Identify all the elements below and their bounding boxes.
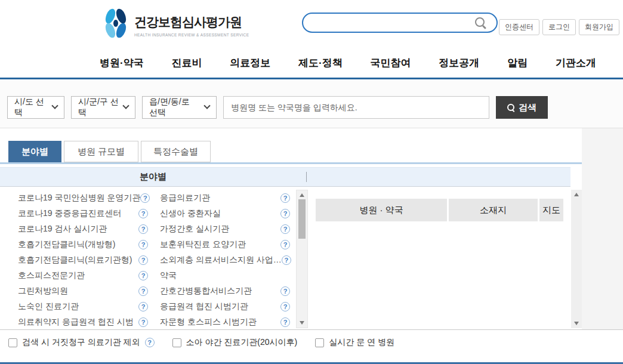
category-item[interactable]: 코로나19 검사 실시기관 [18,221,148,237]
tab-by-surgery[interactable]: 특정수술별 [141,141,211,162]
question-icon[interactable] [138,240,148,249]
category-item[interactable]: 응급원격 협진 시범기관 [160,299,290,314]
auth-center-button[interactable]: 인증센터 [499,19,539,35]
exclude-false-claims-checkbox[interactable] [8,338,17,347]
checkbox-label[interactable]: 소아 야간 진료기관(20시이후) [186,337,298,348]
question-icon[interactable] [138,224,148,234]
scroll-down-icon[interactable] [300,321,304,325]
checkbox-label[interactable]: 검색 시 거짓청구 의료기관 제외 [22,337,140,348]
category-item[interactable]: 노숙인 진료기관 [18,299,148,314]
filter-exclude-false-claims: 검색 시 거짓청구 의료기관 제외 [8,337,155,348]
tab-underline [0,162,582,164]
question-icon[interactable] [138,302,148,311]
question-icon[interactable] [280,209,290,218]
column-header-location: 소재지 [449,199,538,221]
scroll-up-icon[interactable] [574,193,579,196]
question-icon[interactable] [138,255,148,265]
category-item[interactable]: 보훈위탁진료 요양기관 [160,237,290,252]
category-item[interactable]: 그린처방의원 [18,283,148,299]
region-filter-band: 시/도 선택 시/군/구 선택 읍/면/동/로 선택 검색 [0,79,623,128]
tab-by-hospital-size[interactable]: 병원 규모별 [64,141,138,162]
results-panel: 병원 · 약국 소재지 지도 [309,187,571,329]
logo-subtitle: HEALTH INSURANCE REVIEW & ASSESSMENT SER… [134,33,249,37]
nav-item-medical-info[interactable]: 의료정보 [230,56,270,70]
nav-item-medical-fee[interactable]: 진료비 [171,56,202,70]
global-search-input[interactable] [313,16,462,30]
category-item[interactable]: 호흡기전담클리닉(의료기관형) [18,252,148,268]
tab-by-field[interactable]: 분야별 [8,141,61,162]
category-item[interactable]: 의료취약지 응급원격 협진 시범 [18,314,148,329]
hira-logo-icon [103,8,129,39]
footer-filter-band: 검색 시 거짓청구 의료기관 제외 소아 야간 진료기관(20시이후) 실시간 … [0,329,623,362]
category-item-label: 약국 [160,270,177,281]
nav-item-participation[interactable]: 국민참여 [371,56,411,70]
sigungu-select[interactable]: 시/군/구 선택 [71,96,135,119]
category-item[interactable]: 약국 [160,268,290,283]
signup-button[interactable]: 회원가입 [579,19,619,35]
search-button[interactable]: 검색 [496,96,548,119]
question-icon[interactable] [145,338,155,347]
column-header-map: 지도 [539,199,563,221]
utility-buttons: 인증센터 로그인 회원가입 [499,19,619,35]
nav-item-about[interactable]: 기관소개 [556,56,596,70]
category-tabs: 분야별 병원 규모별 특정수술별 [8,141,211,162]
scroll-down-icon[interactable] [574,322,579,325]
logo-text: 건강보험심사평가원 HEALTH INSURANCE REVIEW & ASSE… [134,8,249,39]
panel-divider [306,172,307,182]
nav-item-notice[interactable]: 알림 [507,56,528,70]
category-item-label: 응급의료기관 [160,193,210,203]
category-item-label: 가정간호 실시기관 [160,224,229,235]
category-item[interactable]: 코로나19 중증응급진료센터 [18,206,148,221]
question-icon[interactable] [280,240,290,249]
checkbox-label[interactable]: 실시간 문 연 병원 [329,337,394,348]
category-item-label: 노숙인 진료기관 [18,301,79,312]
category-item[interactable]: 자문형 호스피스 시범기관 [160,314,290,329]
chevron-down-icon [203,103,210,109]
question-icon[interactable] [280,193,290,203]
question-icon[interactable] [282,255,291,265]
category-item[interactable]: 소외계층 의료서비스지원 사업… [160,252,290,268]
category-list-scrollbar[interactable] [296,190,308,328]
category-item[interactable]: 신생아 중환자실 [160,206,290,221]
question-icon[interactable] [138,317,148,327]
category-item[interactable]: 코로나19 국민안심병원 운영기관 [18,190,148,206]
results-table-header: 병원 · 약국 소재지 지도 [316,199,563,221]
question-icon[interactable] [280,302,290,311]
question-icon[interactable] [138,209,148,218]
category-column-b: 응급의료기관 신생아 중환자실 가정간호 실시기관 보훈위탁진료 요양기관 소외… [160,190,290,329]
search-button-label: 검색 [519,102,536,113]
question-icon[interactable] [140,193,150,203]
scroll-up-icon[interactable] [300,193,304,197]
category-item-label: 응급원격 협진 시범기관 [160,301,248,312]
panel-header: 분야별 [0,167,570,187]
category-item[interactable]: 호스피스전문기관 [18,268,148,283]
keyword-input[interactable] [223,96,489,119]
search-icon[interactable] [475,17,487,29]
open-now-checkbox[interactable] [315,338,324,347]
nav-item-policy[interactable]: 제도·정책 [298,56,343,70]
scrollbar-thumb[interactable] [298,199,306,239]
question-icon[interactable] [138,286,148,296]
content-panel: 분야별 병원 규모별 특정수술별 분야별 코로나19 국민안심병원 운영기관 코… [0,128,582,329]
sido-select[interactable]: 시/도 선택 [7,96,64,119]
chevron-down-icon [122,103,129,109]
dong-select[interactable]: 읍/면/동/로 선택 [142,96,217,119]
site-logo[interactable]: 건강보험심사평가원 HEALTH INSURANCE REVIEW & ASSE… [103,8,249,39]
category-item[interactable]: 호흡기전담클리닉(개방형) [18,237,148,252]
category-item-label: 호스피스전문기관 [18,270,85,281]
category-item[interactable]: 간호간병통합서비스기관 [160,283,290,299]
question-icon[interactable] [280,224,290,234]
category-item[interactable]: 가정간호 실시기관 [160,221,290,237]
category-item-label: 그린처방의원 [18,286,68,297]
category-item-label: 자문형 호스피스 시범기관 [160,317,257,328]
pediatric-night-care-checkbox[interactable] [172,338,181,347]
question-icon[interactable] [280,317,290,327]
login-button[interactable]: 로그인 [542,19,576,35]
category-item[interactable]: 응급의료기관 [160,190,290,206]
question-icon[interactable] [280,286,290,296]
question-icon[interactable] [138,271,148,280]
results-scrollbar[interactable] [571,190,582,328]
nav-item-hospital-pharmacy[interactable]: 병원·약국 [100,56,144,70]
site-header: 건강보험심사평가원 HEALTH INSURANCE REVIEW & ASSE… [0,0,623,48]
nav-item-disclosure[interactable]: 정보공개 [439,56,479,70]
